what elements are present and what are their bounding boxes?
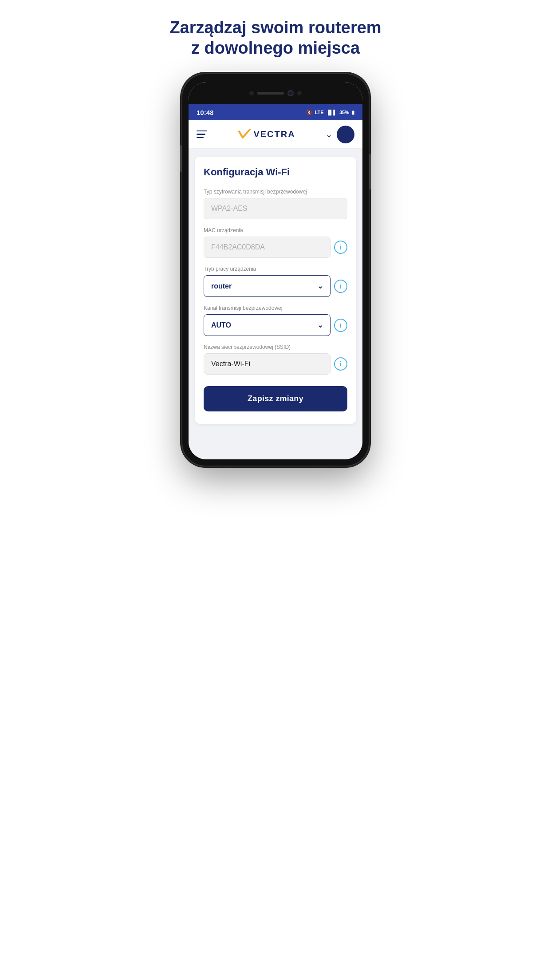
- phone-notch: [189, 82, 362, 104]
- app-logo: vectrA: [237, 129, 295, 140]
- field-encryption: Typ szyfrowania transmisji bezprzewodowe…: [204, 189, 347, 219]
- info-mode-button[interactable]: i: [334, 280, 347, 293]
- info-mac-button[interactable]: i: [334, 241, 347, 254]
- field-mac: MAC urządzenia i: [204, 227, 347, 258]
- select-channel-value: AUTO: [211, 321, 231, 329]
- info-ssid-button[interactable]: i: [334, 357, 347, 371]
- speaker-grille: [257, 92, 284, 95]
- camera-dot: [249, 91, 254, 95]
- select-mode[interactable]: router ⌄: [204, 275, 331, 297]
- label-mode: Tryb pracy urządzenia: [204, 266, 347, 272]
- label-ssid: Nazwa sieci bezprzewodowej (SSID): [204, 344, 347, 350]
- field-ssid: Nazwa sieci bezprzewodowej (SSID) i: [204, 344, 347, 375]
- user-avatar[interactable]: [337, 126, 354, 143]
- card-title: Konfiguracja Wi-Fi: [204, 166, 347, 178]
- content-area: Konfiguracja Wi-Fi Typ szyfrowania trans…: [189, 149, 362, 459]
- chevron-down-icon-2: ⌄: [317, 321, 323, 329]
- mode-row: router ⌄ i: [204, 275, 347, 297]
- input-ssid[interactable]: [204, 353, 331, 375]
- status-bar: 10:48 🔇 LTE ▐▌▌ 35% ▮: [189, 104, 362, 120]
- hamburger-menu[interactable]: [197, 130, 207, 138]
- battery-icon: ▮: [352, 110, 354, 115]
- phone-screen: 10:48 🔇 LTE ▐▌▌ 35% ▮ vectrA: [189, 82, 362, 459]
- chevron-down-icon: ⌄: [317, 282, 323, 290]
- logo-checkmark-icon: [237, 129, 251, 140]
- label-encryption: Typ szyfrowania transmisji bezprzewodowe…: [204, 189, 347, 195]
- battery-percent: 35%: [339, 110, 349, 115]
- ssid-row: i: [204, 353, 347, 375]
- label-channel: Kanał transmisji bezprzewodowej: [204, 305, 347, 311]
- lte-label: LTE: [315, 110, 324, 115]
- phone-mockup: 10:48 🔇 LTE ▐▌▌ 35% ▮ vectrA: [182, 74, 369, 466]
- field-mode: Tryb pracy urządzenia router ⌄ i: [204, 266, 347, 297]
- camera-dot-2: [297, 91, 302, 95]
- app-bar: vectrA ⌄: [189, 120, 362, 149]
- input-encryption[interactable]: [204, 198, 347, 219]
- status-time: 10:48: [197, 109, 213, 116]
- signal-bars: ▐▌▌: [327, 110, 337, 115]
- info-channel-button[interactable]: i: [334, 319, 347, 332]
- wifi-config-card: Konfiguracja Wi-Fi Typ szyfrowania trans…: [195, 157, 356, 424]
- mute-icon: 🔇: [306, 110, 312, 115]
- input-mac[interactable]: [204, 237, 331, 258]
- save-button[interactable]: Zapisz zmiany: [204, 386, 347, 411]
- account-chevron[interactable]: ⌄: [326, 130, 332, 139]
- bar-right: ⌄: [326, 126, 354, 143]
- label-mac: MAC urządzenia: [204, 227, 347, 233]
- hamburger-line-2: [197, 134, 205, 135]
- field-channel: Kanał transmisji bezprzewodowej AUTO ⌄ i: [204, 305, 347, 336]
- hamburger-line-3: [197, 137, 204, 138]
- channel-row: AUTO ⌄ i: [204, 314, 347, 336]
- logo-text: vectrA: [253, 129, 295, 139]
- front-camera: [287, 90, 294, 96]
- hamburger-line-1: [197, 130, 207, 132]
- page-headline: Zarządzaj swoim routerem z dowolnego mie…: [169, 18, 381, 58]
- select-channel[interactable]: AUTO ⌄: [204, 314, 331, 336]
- status-icons: 🔇 LTE ▐▌▌ 35% ▮: [306, 110, 354, 115]
- select-mode-value: router: [211, 282, 232, 290]
- mac-row: i: [204, 237, 347, 258]
